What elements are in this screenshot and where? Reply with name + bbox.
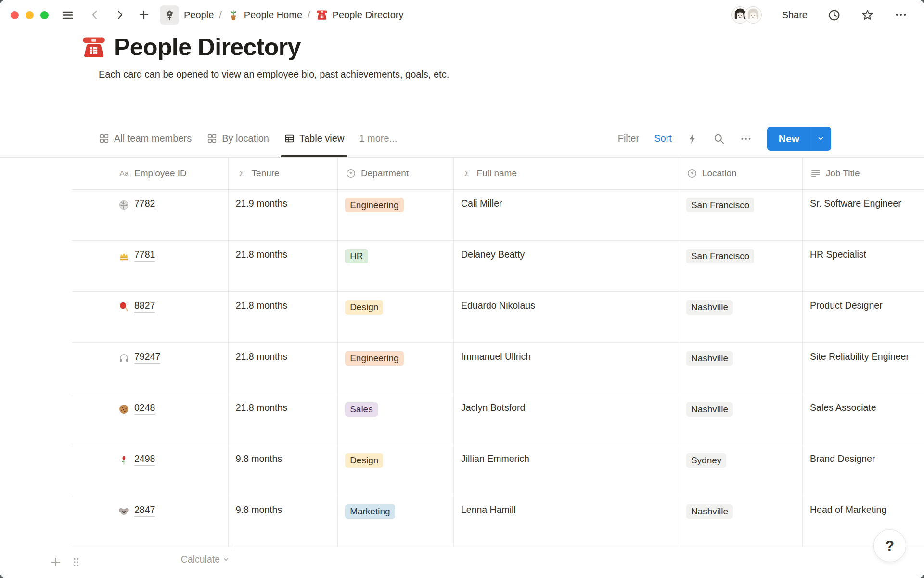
- calculate-button[interactable]: Calculate: [72, 554, 233, 565]
- column-header-tenure[interactable]: Tenure: [229, 158, 338, 189]
- column-header-department[interactable]: Department: [338, 158, 454, 189]
- employee-id-link[interactable]: 7782: [134, 198, 155, 210]
- employee-id-link[interactable]: 7781: [134, 249, 155, 262]
- red-telephone-icon: [316, 9, 328, 21]
- forward-icon[interactable]: [114, 9, 126, 21]
- search-icon[interactable]: [713, 133, 725, 144]
- automation-bolt-icon[interactable]: [687, 133, 698, 144]
- cell-tenure[interactable]: 21.9 months: [229, 190, 338, 240]
- cell-department[interactable]: Engineering: [338, 190, 454, 240]
- cell-employee-id[interactable]: 2498: [72, 445, 229, 496]
- page-title-row: People Directory: [80, 32, 301, 63]
- cell-full-name[interactable]: Jaclyn Botsford: [454, 394, 679, 445]
- column-label: Location: [702, 168, 737, 179]
- cell-location[interactable]: Nashville: [679, 292, 803, 342]
- minimize-window-button[interactable]: [26, 11, 34, 19]
- cookie-icon: [118, 404, 129, 415]
- breadcrumb-item-people[interactable]: People: [184, 10, 214, 21]
- collaborator-avatars[interactable]: [732, 6, 762, 24]
- tab-all-team-members[interactable]: All team members: [99, 120, 192, 157]
- teamspace-icon-box[interactable]: [160, 5, 179, 25]
- avatar: [744, 6, 762, 24]
- cell-department[interactable]: Marketing: [338, 496, 454, 547]
- cell-employee-id[interactable]: 79247: [72, 343, 229, 394]
- cell-location[interactable]: Nashville: [679, 394, 803, 445]
- more-views-button[interactable]: 1 more...: [359, 133, 397, 144]
- favorite-star-icon[interactable]: [861, 9, 874, 22]
- new-button[interactable]: New: [767, 127, 810, 151]
- cell-location[interactable]: Sydney: [679, 445, 803, 496]
- cell-location[interactable]: Nashville: [679, 343, 803, 394]
- cell-full-name[interactable]: Eduardo Nikolaus: [454, 292, 679, 342]
- cell-tenure[interactable]: 9.8 months: [229, 445, 338, 496]
- table-row: 79247 21.8 months Engineering Immanuel U…: [72, 343, 924, 394]
- cell-tenure[interactable]: 21.8 months: [229, 394, 338, 445]
- employee-id-link[interactable]: 2847: [134, 504, 155, 517]
- history-clock-icon[interactable]: [828, 9, 841, 22]
- breadcrumb-separator: /: [308, 10, 310, 21]
- page-red-telephone-icon[interactable]: [80, 34, 107, 61]
- cell-employee-id[interactable]: 2847: [72, 496, 229, 547]
- cell-job-title[interactable]: Head of Marketing: [803, 496, 924, 547]
- employee-id-link[interactable]: 8827: [134, 300, 155, 313]
- cell-tenure[interactable]: 21.8 months: [229, 241, 338, 291]
- sidebar-menu-icon[interactable]: [61, 9, 74, 22]
- column-header-employee-id[interactable]: Employee ID: [72, 158, 229, 189]
- sort-button[interactable]: Sort: [654, 133, 672, 144]
- page-description: Each card can be opened to view an emplo…: [99, 69, 449, 80]
- add-row-plus-icon[interactable]: [50, 556, 62, 568]
- breadcrumb-item-people-home[interactable]: People Home: [227, 9, 302, 21]
- view-options-dots-icon[interactable]: [740, 132, 752, 145]
- employee-id-link[interactable]: 0248: [134, 402, 155, 415]
- cell-employee-id[interactable]: 8827: [72, 292, 229, 342]
- tab-table-view[interactable]: Table view: [284, 120, 344, 157]
- cell-department[interactable]: Design: [338, 445, 454, 496]
- cell-location[interactable]: San Francisco: [679, 241, 803, 291]
- zoom-window-button[interactable]: [40, 11, 49, 19]
- column-header-location[interactable]: Location: [679, 158, 803, 189]
- cell-job-title[interactable]: Product Designer: [803, 292, 924, 342]
- new-tab-icon[interactable]: [138, 9, 150, 21]
- filter-button[interactable]: Filter: [618, 133, 639, 144]
- cell-department[interactable]: Sales: [338, 394, 454, 445]
- cell-full-name[interactable]: Delaney Beatty: [454, 241, 679, 291]
- cell-job-title[interactable]: Site Reliability Engineer: [803, 343, 924, 394]
- employee-id-link[interactable]: 79247: [134, 351, 160, 364]
- help-button[interactable]: ?: [873, 529, 906, 562]
- cell-full-name[interactable]: Jillian Emmerich: [454, 445, 679, 496]
- cell-department[interactable]: HR: [338, 241, 454, 291]
- cell-employee-id[interactable]: 7782: [72, 190, 229, 240]
- cell-full-name[interactable]: Lenna Hamill: [454, 496, 679, 547]
- more-options-icon[interactable]: [894, 8, 908, 22]
- column-header-full-name[interactable]: Full name: [454, 158, 679, 189]
- cell-tenure[interactable]: 21.8 months: [229, 343, 338, 394]
- page-title: People Directory: [114, 32, 301, 63]
- new-dropdown-button[interactable]: [810, 127, 831, 151]
- cell-employee-id[interactable]: 0248: [72, 394, 229, 445]
- location-tag: Nashville: [686, 504, 733, 519]
- cell-location[interactable]: San Francisco: [679, 190, 803, 240]
- tab-by-location[interactable]: By location: [206, 120, 269, 157]
- cell-tenure[interactable]: 21.8 months: [229, 292, 338, 342]
- cell-tenure[interactable]: 9.8 months: [229, 496, 338, 547]
- cell-location[interactable]: Nashville: [679, 496, 803, 547]
- close-window-button[interactable]: [11, 11, 19, 19]
- cell-department[interactable]: Design: [338, 292, 454, 342]
- cell-job-title[interactable]: Brand Designer: [803, 445, 924, 496]
- cell-job-title[interactable]: Sales Associate: [803, 394, 924, 445]
- column-header-job-title[interactable]: Job Title: [803, 158, 924, 189]
- breadcrumb-item-people-directory[interactable]: People Directory: [316, 9, 404, 21]
- cell-job-title[interactable]: HR Specialist: [803, 241, 924, 291]
- share-button[interactable]: Share: [782, 10, 808, 21]
- cell-full-name[interactable]: Immanuel Ullrich: [454, 343, 679, 394]
- cell-full-name[interactable]: Cali Miller: [454, 190, 679, 240]
- cell-department[interactable]: Engineering: [338, 343, 454, 394]
- cell-employee-id[interactable]: 7781: [72, 241, 229, 291]
- employee-id-link[interactable]: 2498: [134, 453, 155, 466]
- location-tag: San Francisco: [686, 249, 754, 263]
- location-tag: San Francisco: [686, 198, 754, 212]
- location-tag: Nashville: [686, 300, 733, 315]
- cell-job-title[interactable]: Sr. Software Engineer: [803, 190, 924, 240]
- back-icon[interactable]: [89, 9, 101, 21]
- potted-plant-icon: [227, 9, 240, 21]
